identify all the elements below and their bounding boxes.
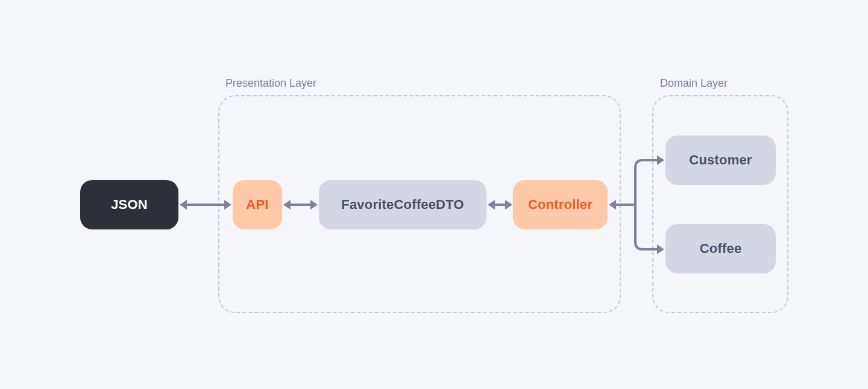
node-controller: Controller — [513, 180, 608, 229]
svg-marker-2 — [224, 200, 231, 210]
arrow-dto-controller — [486, 198, 514, 212]
svg-marker-5 — [310, 200, 318, 210]
arrow-api-dto — [282, 198, 319, 212]
presentation-layer-label: Presentation Layer — [225, 77, 316, 90]
svg-marker-4 — [283, 200, 291, 210]
svg-marker-7 — [488, 200, 495, 210]
svg-marker-13 — [657, 155, 664, 165]
node-api: API — [233, 180, 282, 229]
node-json: JSON — [80, 180, 178, 229]
svg-marker-9 — [609, 200, 616, 210]
svg-marker-15 — [657, 244, 664, 254]
arrow-controller-domain — [608, 151, 665, 259]
node-dto: FavoriteCoffeeDTO — [319, 180, 486, 229]
svg-marker-1 — [180, 200, 187, 210]
domain-layer-box — [652, 95, 788, 313]
node-customer: Customer — [665, 135, 776, 185]
domain-layer-label: Domain Layer — [660, 77, 728, 90]
node-coffee: Coffee — [665, 224, 776, 273]
arrow-json-api — [178, 198, 233, 212]
svg-marker-8 — [505, 200, 512, 210]
